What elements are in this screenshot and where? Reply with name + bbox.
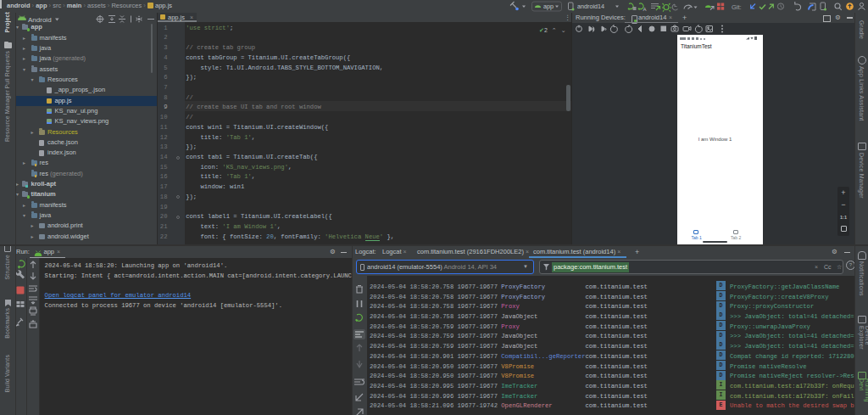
svg-text:Git:: Git:	[732, 3, 742, 11]
svg-text:app: app	[543, 3, 554, 10]
svg-text:A: A	[643, 7, 647, 12]
svg-text:android14: android14	[577, 3, 604, 10]
